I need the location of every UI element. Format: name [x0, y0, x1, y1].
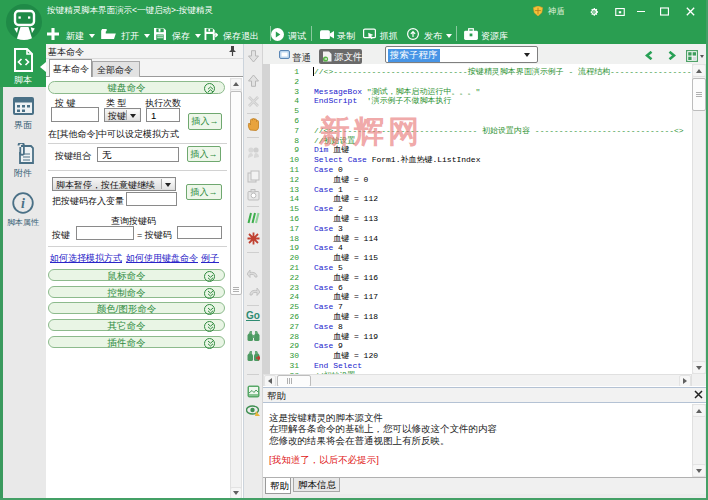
svg-text:i: i	[21, 196, 25, 211]
